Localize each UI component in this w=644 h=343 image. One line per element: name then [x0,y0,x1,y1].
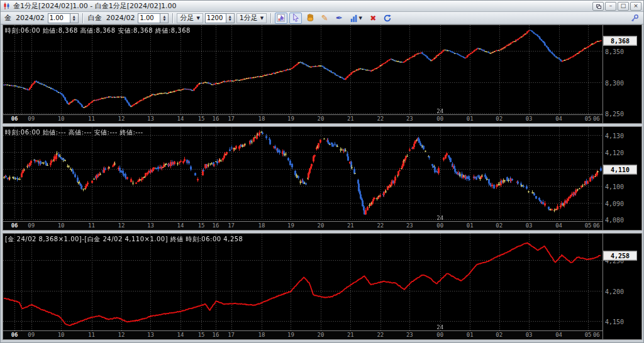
time-tick-label: 10 [58,222,65,229]
time-tick-label: 10 [58,332,65,338]
time-tick-label: 04 [555,116,562,122]
price-tick-label: 4,100 [605,183,624,190]
price-tick-label: 4,090 [605,200,624,207]
current-price-marker: 4,110 [603,165,637,174]
app-candlestick-icon [3,2,11,10]
select-arrow-icon [291,13,301,23]
bar-chart-icon [350,14,358,23]
time-tick-label: 06 [593,222,600,229]
time-tick-label: 18 [258,222,265,229]
time-tick-label: 13 [147,116,154,122]
platinum-multiplier-input[interactable] [138,13,160,23]
time-tick-label: 22 [377,332,384,338]
delete-drawings-button[interactable]: ✖ [367,13,379,24]
price-tick-label: 4,200 [605,288,624,295]
hand-icon [306,13,315,23]
settings-key-button[interactable] [628,13,641,24]
time-tick-label: 06 [11,116,18,122]
time-tick-label: 14 [177,332,184,338]
time-tick-label: 20 [317,332,324,338]
chevron-down-icon: ▼ [196,16,199,21]
platinum-label: 白金 [87,13,103,23]
bar-count-spinner: ▲▼ [205,13,235,23]
time-tick-label: 06 [11,222,18,229]
time-tick-label: 12 [118,116,125,122]
maximize-button[interactable]: □ [618,2,629,11]
time-tick-label: 01 [467,332,474,338]
chart-type-selector-button[interactable]: ▼ [347,13,365,24]
select-arrow-tool-button[interactable] [289,13,302,24]
time-tick-label: 16 [212,332,219,338]
float-window-button[interactable] [592,2,604,11]
platinum-multiplier-spin-buttons[interactable]: ▲▼ [160,13,169,23]
gold-multiplier-spin-buttons[interactable]: ▲▼ [70,13,79,23]
time-tick-label: 23 [406,222,413,229]
gold-multiplier-input[interactable] [48,13,70,23]
gold-time-axis: 0609101112131415161718192021222300010203… [3,114,602,123]
time-tick-label: 21 [347,332,354,338]
pencil-icon: ✎ [321,13,328,23]
time-tick-label: 06 [11,332,18,338]
hand-pan-tool-button[interactable] [304,13,316,24]
platinum-chart-canvas [3,127,602,221]
interval-dropdown[interactable]: 1分足▼ [236,13,267,23]
platinum-ohlc-readout: 時刻:06:00 始値:--- 高値:--- 安値:--- 終値:--- [5,128,143,137]
time-tick-label: 20 [317,116,324,122]
time-tick-label: 01 [467,222,474,229]
platinum-price-axis: 4,0804,0904,1004,1104,1204,1304,110 [602,127,641,230]
time-tick-label: 18 [258,332,265,338]
spread-chart-canvas [3,234,602,330]
time-tick-label: 21 [347,116,354,122]
pencil-draw-tool-button[interactable]: ✎ [318,13,331,24]
time-tick-label: 16 [212,116,219,122]
time-tick-label: 11 [88,222,95,229]
current-price-marker: 4,258 [603,251,637,261]
pen-draw-tool-button[interactable]: ✒ [333,13,345,24]
minimize-button[interactable]: – [605,2,616,11]
time-tick-label: 15 [198,222,205,229]
bar-count-input[interactable] [205,13,226,23]
gold-chart-panel: 時刻:06:00 始値:8,368 高値:8,368 安値:8,368 終値:8… [3,24,642,124]
gold-ohlc-readout: 時刻:06:00 始値:8,368 高値:8,368 安値:8,368 終値:8… [5,26,191,35]
gold-chart-plot[interactable]: 時刻:06:00 始値:8,368 高値:8,368 安値:8,368 終値:8… [3,25,602,114]
platinum-chart-plot[interactable]: 時刻:06:00 始値:--- 高値:--- 安値:--- 終値:--- 24 [3,127,602,221]
time-tick-label: 13 [147,332,154,338]
pen-nib-icon: ✒ [336,13,343,23]
time-tick-label: 22 [377,222,384,229]
period-type-dropdown[interactable]: 分足▼ [177,13,203,23]
gold-multiplier-spinner: ▲▼ [48,13,79,23]
time-tick-label: 15 [198,332,205,338]
refresh-button[interactable] [381,13,394,24]
time-tick-label: 09 [28,332,35,338]
price-tick-label: 4,120 [605,150,624,156]
time-tick-label: 16 [212,222,219,229]
bar-count-spin-buttons[interactable]: ▲▼ [226,13,235,23]
delete-x-icon: ✖ [370,14,376,23]
time-tick-label: 02 [496,332,502,338]
date-label: 24 [436,215,443,221]
gold-price-axis: 8,2508,3008,3508,368 [602,25,641,123]
chart-pointer-tool-button[interactable] [275,13,287,24]
toolbar-separator [172,13,173,23]
toolbar-separator [82,13,83,23]
platinum-multiplier-spinner: ▲▼ [138,13,169,23]
app-window: 金1分足[2024/02]1.00 - 白金1分足[2024/02]1.00 –… [0,0,644,343]
spread-chart-panel: [金 24/02 8,368×1.00]-[白金 24/02 4,110×1.0… [3,233,642,340]
time-tick-label: 19 [287,222,294,229]
title-bar[interactable]: 金1分足[2024/02]1.00 - 白金1分足[2024/02]1.00 –… [1,1,643,12]
close-button[interactable]: × [630,2,641,11]
spread-chart-plot[interactable]: [金 24/02 8,368×1.00]-[白金 24/02 4,110×1.0… [3,234,602,330]
price-tick-label: 8,250 [605,111,624,117]
time-tick-label: 15 [198,116,205,122]
time-tick-label: 00 [436,222,443,229]
window-title: 金1分足[2024/02]1.00 - 白金1分足[2024/02]1.00 [13,1,590,11]
time-tick-label: 22 [377,116,384,122]
time-tick-label: 00 [436,116,443,122]
time-tick-label: 06 [593,116,600,122]
price-tick-label: 4,080 [605,217,624,224]
chart-pointer-icon [277,13,286,23]
time-tick-label: 12 [118,332,125,338]
time-tick-label: 11 [88,116,95,122]
gold-contract-label: 2024/02 [14,14,46,22]
time-tick-label: 04 [555,332,562,338]
